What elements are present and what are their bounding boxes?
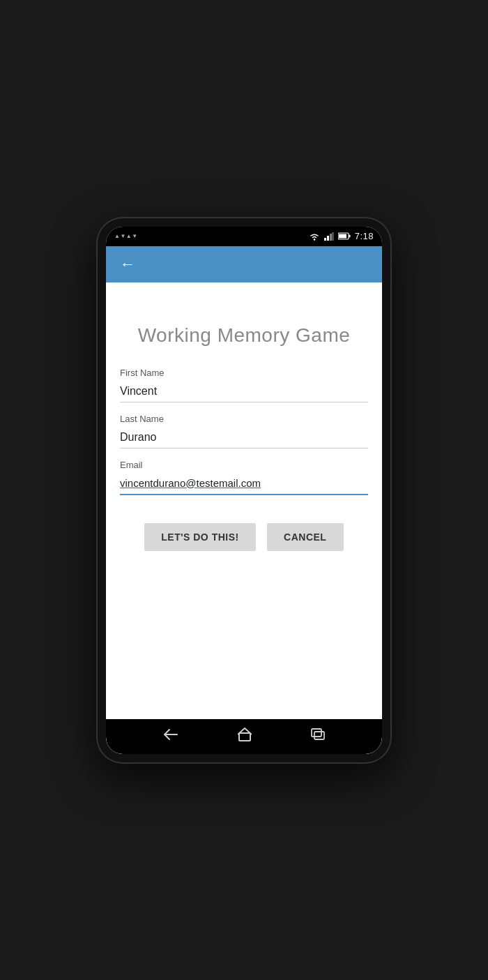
top-spacer (120, 282, 368, 324)
svg-rect-9 (239, 733, 250, 741)
network-label: ▲▼▲▼ (114, 233, 138, 239)
buttons-row: LET'S DO THIS! CANCEL (120, 523, 368, 551)
status-bar-right: 7:18 (309, 231, 374, 241)
status-bar-left: ▲▼▲▼ (114, 233, 138, 239)
last-name-group: Last Name Durano (120, 414, 368, 448)
email-label: Email (120, 460, 368, 470)
email-group: Email vincentdurano@testemail.com (120, 460, 368, 495)
page-title: Working Memory Game (120, 324, 368, 347)
first-name-group: First Name Vincent (120, 368, 368, 402)
svg-rect-11 (314, 732, 324, 739)
phone-frame: ▲▼▲▼ (98, 218, 390, 762)
bottom-spacer (120, 565, 368, 719)
battery-icon (338, 232, 351, 240)
back-button[interactable]: ← (117, 252, 138, 276)
signal-icon (324, 232, 334, 241)
submit-button[interactable]: LET'S DO THIS! (144, 523, 255, 551)
svg-rect-2 (327, 236, 329, 241)
back-nav-button[interactable] (163, 728, 178, 744)
email-value[interactable]: vincentdurano@testemail.com (120, 474, 368, 495)
cancel-button[interactable]: CANCEL (267, 523, 344, 551)
home-nav-button[interactable] (238, 728, 252, 745)
main-content: Working Memory Game First Name Vincent L… (106, 282, 382, 719)
last-name-value[interactable]: Durano (120, 428, 368, 448)
email-text: vincentdurano@testemail.com (120, 477, 261, 489)
wifi-icon (309, 232, 320, 241)
app-bar: ← (106, 246, 382, 282)
phone-screen: ▲▼▲▼ (106, 227, 382, 754)
status-bar: ▲▼▲▼ (106, 227, 382, 246)
recents-nav-button[interactable] (311, 728, 325, 744)
svg-rect-3 (330, 234, 332, 241)
time-display: 7:18 (355, 231, 374, 241)
last-name-label: Last Name (120, 414, 368, 424)
nav-bar (106, 719, 382, 754)
svg-marker-4 (332, 232, 334, 241)
first-name-label: First Name (120, 368, 368, 378)
svg-rect-7 (349, 235, 350, 238)
svg-point-0 (313, 239, 314, 240)
svg-rect-1 (324, 238, 326, 241)
svg-rect-6 (339, 234, 346, 239)
first-name-value[interactable]: Vincent (120, 382, 368, 402)
svg-rect-10 (312, 729, 321, 737)
